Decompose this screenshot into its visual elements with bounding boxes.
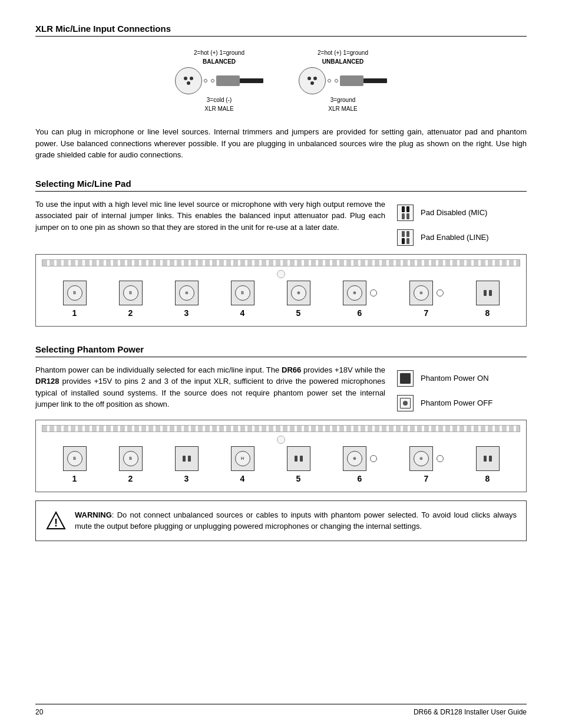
ch6-num: 6 (358, 308, 362, 318)
ch5-module: ⊕ (287, 281, 310, 305)
svg-text:!: ! (54, 517, 58, 529)
warning-text-block: WARNING: Do not connect unbalanced sourc… (75, 509, 517, 532)
phantom-channel-group: B 1 B 2 3 (42, 446, 520, 483)
ch7-module: ⊛ (409, 281, 433, 305)
pad-channel-4: B 4 (231, 281, 254, 318)
pch4-num: 4 (240, 474, 245, 483)
pin-bridge-2 (406, 206, 409, 212)
pad-channel-3: ⊛ 3 (175, 281, 199, 318)
phantom-body-part3: provides +15V to pins 2 and 3 of the inp… (35, 377, 385, 409)
pch6-circle: ⊕ (347, 451, 362, 466)
unbalanced-bottom-label: 3=ground (330, 97, 356, 103)
ebridge-1 (402, 238, 405, 244)
pch5-pins (295, 456, 303, 462)
balanced-cable-line (240, 78, 263, 83)
footer: 20 DR66 & DR128 Installer User Guide (35, 704, 527, 716)
pch8-module (476, 446, 500, 471)
warning-body: : Do not connect unbalanced sources or c… (75, 510, 517, 531)
pch3-pins (183, 456, 191, 462)
upin2 (313, 77, 317, 80)
ch6-circle: ⊕ (347, 285, 362, 301)
pch6-num: 6 (358, 474, 362, 483)
pad-title: Selecting Mic/Line Pad (35, 179, 527, 192)
pad-enabled-row: Pad Enabled (LINE) (397, 229, 527, 246)
phantom-channel-7: ⊛ 7 (409, 446, 444, 483)
pch7-right: ⊛ (409, 446, 444, 471)
balanced-connector: 2=hot (+) 1=ground BALANCED (175, 50, 263, 112)
xlr-title: XLR Mic/Line Input Connections (35, 24, 527, 37)
upin3 (310, 81, 314, 85)
ch6-module: ⊕ (343, 281, 366, 305)
ch8-pin1 (484, 290, 487, 296)
pin2 (190, 77, 193, 80)
balanced-pins-row2 (187, 81, 190, 85)
phantom-on-inner (400, 373, 411, 384)
pad-channel-2: B 2 (119, 281, 143, 318)
pin-single-2 (406, 213, 409, 219)
phantom-off-label: Phantom Power OFF (421, 398, 492, 407)
ucable-hole1 (328, 79, 331, 83)
balanced-body (175, 67, 263, 94)
pch5-num: 5 (296, 474, 301, 483)
unbalanced-barrel (340, 75, 363, 86)
phantom-section: Selecting Phantom Power Phantom power ca… (35, 344, 527, 541)
pch7-num: 7 (424, 474, 429, 483)
ch2-circle: B (123, 285, 138, 301)
ch1-num: 1 (72, 308, 77, 318)
balanced-xlr-plug (175, 67, 202, 94)
pch1-module: B (63, 446, 87, 471)
ch1-module: B (63, 281, 87, 305)
epin-3 (406, 238, 409, 244)
phantom-board-center-screw (42, 436, 520, 444)
pch1-circle: B (67, 451, 82, 466)
pad-body-text: To use the input with a high level mic l… (35, 199, 385, 233)
phantom-off-row: Phantom Power OFF (397, 395, 527, 411)
warning-box: ! WARNING: Do not connect unbalanced sou… (35, 500, 527, 541)
pch8-pin2 (489, 456, 492, 462)
pad-enabled-icon (397, 229, 414, 246)
footer-title: DR66 & DR128 Installer User Guide (414, 708, 527, 716)
pch3-pin2 (188, 456, 191, 462)
warning-bold: WARNING (75, 510, 112, 519)
unbalanced-cable (326, 75, 387, 86)
pad-disabled-pins-top (402, 206, 409, 212)
pch2-num: 2 (128, 474, 133, 483)
phantom-channel-4: H 4 (231, 446, 254, 483)
ch8-pin2 (489, 290, 492, 296)
ucable-hole2 (335, 79, 338, 83)
ch4-module: B (231, 281, 254, 305)
pad-channel-group: B 1 B 2 ⊛ 3 B (42, 281, 520, 318)
pin-single-1 (402, 213, 405, 219)
cable-hole1 (204, 79, 207, 83)
pch6-module: ⊕ (343, 446, 366, 471)
ch8-pins (484, 290, 492, 296)
balanced-bottom-label: 3=cold (-) (207, 97, 232, 103)
pad-content: To use the input with a high level mic l… (35, 199, 527, 246)
balanced-type-label: BALANCED (203, 58, 236, 65)
phantom-off-inner (400, 398, 411, 409)
phantom-board-diagram: B 1 B 2 3 (35, 420, 527, 492)
phantom-channel-6: ⊕ 6 (343, 446, 377, 483)
phantom-channel-8: 8 (476, 446, 500, 483)
board-top-strip (42, 259, 520, 266)
phantom-body-text: Phantom power can be individually select… (35, 364, 385, 410)
ch8-module (476, 281, 500, 305)
pch2-circle: B (123, 451, 138, 466)
pch3-num: 3 (184, 474, 189, 483)
pch8-num: 8 (485, 474, 490, 483)
pin3 (187, 81, 190, 85)
phantom-text-col: Phantom power can be individually select… (35, 364, 385, 410)
unbalanced-type-label: UNBALANCED (322, 58, 364, 65)
phantom-on-label: Phantom Power ON (421, 374, 489, 383)
ch3-num: 3 (184, 308, 189, 318)
board-center-screw (42, 270, 520, 278)
ch5-circle: ⊕ (291, 285, 306, 301)
pad-channel-8: 8 (476, 281, 500, 318)
ch2-num: 2 (128, 308, 133, 318)
cable-hole2 (211, 79, 214, 83)
phantom-on-row: Phantom Power ON (397, 370, 527, 387)
phantom-body-part2: provides +18V while the (301, 365, 385, 374)
ch6-right: ⊕ (343, 281, 377, 305)
phantom-icons-col: Phantom Power ON Phantom Power OFF (397, 364, 527, 411)
phantom-off-icon (397, 395, 414, 411)
